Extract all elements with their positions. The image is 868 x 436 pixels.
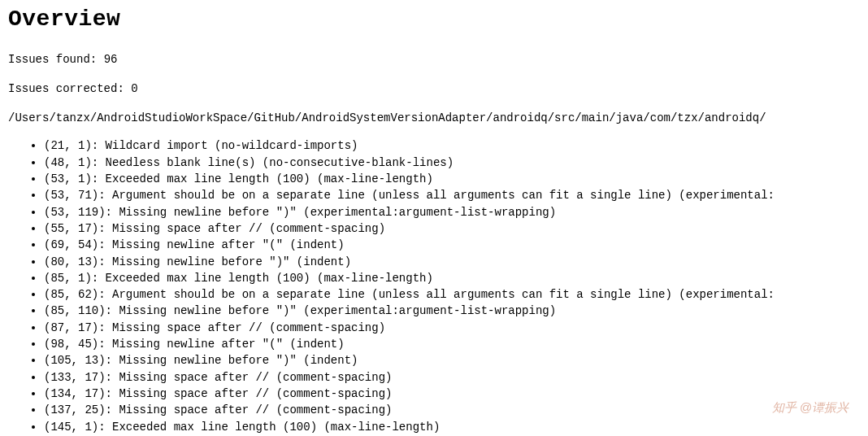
list-item: (48, 1): Needless blank line(s) (no-cons…: [44, 155, 860, 171]
page-title: Overview: [8, 3, 860, 37]
list-item: (87, 17): Missing space after // (commen…: [44, 320, 860, 336]
list-item: (145, 1): Exceeded max line length (100)…: [44, 419, 860, 435]
list-item: (133, 17): Missing space after // (comme…: [44, 369, 860, 386]
list-item: (53, 1): Exceeded max line length (100) …: [44, 171, 860, 187]
list-item: (85, 110): Missing newline before ")" (e…: [44, 303, 860, 319]
list-item: (98, 45): Missing newline after "(" (ind…: [44, 336, 860, 352]
issues-list: (21, 1): Wildcard import (no-wildcard-im…: [8, 137, 860, 436]
file-path: /Users/tanzx/AndroidStudioWorkSpace/GitH…: [8, 110, 860, 126]
list-item: (137, 25): Missing space after // (comme…: [44, 402, 860, 418]
list-item: (80, 13): Missing newline before ")" (in…: [44, 254, 860, 270]
list-item: (69, 54): Missing newline after "(" (ind…: [44, 237, 860, 253]
issues-found-label: Issues found:: [8, 53, 97, 66]
list-item: (55, 17): Missing space after // (commen…: [44, 220, 860, 237]
list-item: (105, 13): Missing newline before ")" (i…: [44, 352, 860, 368]
list-item: (53, 71): Argument should be on a separa…: [44, 187, 860, 203]
list-item: (134, 17): Missing space after // (comme…: [44, 386, 860, 402]
list-item: (53, 119): Missing newline before ")" (e…: [44, 204, 860, 220]
issues-found-count: 96: [104, 53, 118, 66]
issues-corrected-line: Issues corrected: 0: [8, 81, 860, 97]
list-item: (21, 1): Wildcard import (no-wildcard-im…: [44, 137, 860, 154]
issues-corrected-label: Issues corrected:: [8, 82, 124, 95]
list-item: (85, 62): Argument should be on a separa…: [44, 286, 860, 303]
list-item: (85, 1): Exceeded max line length (100) …: [44, 270, 860, 286]
issues-found-line: Issues found: 96: [8, 51, 860, 68]
issues-corrected-count: 0: [131, 82, 137, 95]
